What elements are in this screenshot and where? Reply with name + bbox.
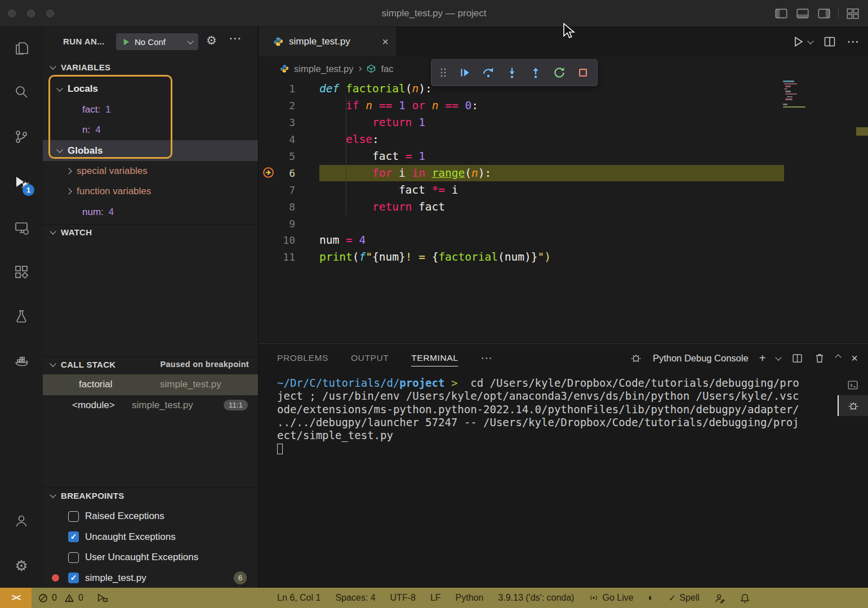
variable-fact[interactable]: fact: 1: [43, 99, 258, 119]
close-panel-icon[interactable]: ×: [851, 352, 858, 365]
go-live-button[interactable]: Go Live: [589, 593, 633, 603]
split-editor-icon[interactable]: [823, 35, 836, 48]
toolbar-drag-handle-icon[interactable]: [438, 66, 448, 79]
callstack-frames: factorialsimple_test.py<module>simple_te…: [43, 374, 258, 415]
terminal-dropdown-chevron-icon[interactable]: [776, 354, 782, 360]
callstack-section-header[interactable]: CALL STACK Paused on breakpoint: [43, 356, 258, 372]
continue-icon[interactable]: [457, 65, 472, 80]
breakpoint-item[interactable]: Raised Exceptions: [43, 506, 258, 527]
user-edit-icon[interactable]: [714, 593, 725, 603]
testing-icon[interactable]: [13, 308, 30, 325]
accounts-icon[interactable]: [13, 512, 30, 529]
close-tab-icon[interactable]: ×: [382, 36, 389, 47]
scope-globals[interactable]: Globals: [43, 140, 258, 160]
chevron-down-icon: [56, 85, 63, 91]
warnings-count[interactable]: 0: [78, 593, 83, 603]
warnings-icon[interactable]: [64, 593, 74, 603]
step-over-icon[interactable]: [481, 65, 496, 80]
explorer-icon[interactable]: [13, 40, 30, 57]
debug-sidebar: RUN AN... No Conf ⚙ ⋯ VARIABLES Locals f…: [43, 27, 259, 588]
terminal-output[interactable]: ~/Dr/C/tutorials/d/project > cd /Users/k…: [277, 377, 799, 455]
debug-console-label[interactable]: Python Debug Console: [653, 353, 749, 364]
code-line[interactable]: 11print(f"{num}! = {factorial(num)}"): [259, 249, 868, 266]
code-line[interactable]: 6 for i in range(n):: [259, 164, 868, 181]
search-icon[interactable]: [13, 83, 30, 100]
tab-output[interactable]: OUTPUT: [351, 344, 389, 372]
errors-icon[interactable]: [38, 593, 48, 603]
eol[interactable]: LF: [430, 593, 441, 603]
terminal-session-zsh[interactable]: [838, 374, 868, 395]
errors-count[interactable]: 0: [52, 593, 57, 603]
step-out-icon[interactable]: [528, 65, 543, 80]
tab-simple-test[interactable]: simple_test.py ×: [259, 27, 397, 56]
theme-toggle-icon[interactable]: ◐: [648, 592, 654, 603]
step-into-icon[interactable]: [505, 65, 519, 80]
watch-section-header[interactable]: WATCH: [43, 224, 258, 239]
spell-checker[interactable]: ✓Spell: [669, 593, 700, 603]
special-variables-group[interactable]: special variables: [43, 161, 258, 181]
customize-layout-icon[interactable]: [845, 6, 860, 21]
breadcrumb-symbol[interactable]: fac: [381, 64, 393, 74]
tab-problems[interactable]: PROBLEMS: [277, 344, 328, 372]
settings-gear-icon[interactable]: ⚙: [13, 557, 30, 574]
scope-locals[interactable]: Locals: [43, 79, 258, 99]
debug-settings-gear-icon[interactable]: ⚙: [206, 34, 217, 47]
variable-num[interactable]: num: 4: [43, 202, 258, 222]
debug-status-icon[interactable]: [96, 592, 109, 604]
remote-indicator[interactable]: ><: [0, 588, 32, 608]
editor-more-actions-icon[interactable]: ⋯: [847, 34, 859, 49]
code-line[interactable]: 10num = 4: [259, 232, 868, 249]
breakpoint-item[interactable]: User Uncaught Exceptions: [43, 547, 258, 568]
toggle-secondary-sidebar-icon[interactable]: [817, 6, 831, 21]
notifications-bell-icon[interactable]: [740, 593, 750, 603]
stop-icon[interactable]: [576, 65, 590, 80]
code-line[interactable]: 4 else:: [259, 131, 868, 148]
source-control-icon[interactable]: [13, 128, 30, 145]
language-mode[interactable]: Python: [456, 593, 484, 603]
debug-more-actions-icon[interactable]: ⋯: [229, 31, 242, 46]
extensions-icon[interactable]: [13, 263, 30, 280]
code-line[interactable]: 7 fact *= i: [259, 181, 868, 198]
code-line[interactable]: 2 if n == 1 or n == 0:: [259, 97, 868, 114]
docker-icon[interactable]: [13, 352, 30, 369]
breakpoints-section-header[interactable]: BREAKPOINTS: [43, 488, 258, 503]
remote-explorer-icon[interactable]: [13, 219, 30, 236]
restart-icon[interactable]: [552, 65, 567, 80]
code-line[interactable]: 8 return fact: [259, 198, 868, 215]
encoding[interactable]: UTF-8: [390, 593, 416, 603]
function-variables-group[interactable]: function variables: [43, 181, 258, 202]
breakpoint-current-line-icon[interactable]: [262, 166, 275, 179]
new-terminal-icon[interactable]: +: [759, 352, 766, 365]
callstack-frame[interactable]: factorialsimple_test.py: [43, 374, 258, 395]
toggle-panel-icon[interactable]: [795, 6, 810, 21]
run-python-file-icon[interactable]: [791, 35, 805, 48]
chevron-down-icon: [50, 491, 56, 498]
terminal-line: ~/Dr/C/tutorials/d/project > cd /Users/k…: [277, 377, 799, 390]
variable-n[interactable]: n: 4: [43, 120, 258, 140]
variables-list: Locals fact: 1 n: 4 Globals special vari…: [43, 79, 258, 222]
python-interpreter[interactable]: 3.9.13 ('ds': conda): [498, 593, 574, 603]
chevron-right-icon: [65, 189, 72, 195]
toggle-sidebar-icon[interactable]: [774, 6, 789, 21]
indentation[interactable]: Spaces: 4: [335, 593, 375, 603]
variables-section-header[interactable]: VARIABLES: [43, 60, 258, 75]
maximize-panel-chevron-icon[interactable]: [836, 353, 840, 363]
tab-terminal[interactable]: TERMINAL: [411, 344, 458, 372]
split-terminal-icon[interactable]: [791, 352, 803, 364]
breakpoint-item[interactable]: ✓Uncaught Exceptions: [43, 527, 258, 548]
cursor-position[interactable]: Ln 6, Col 1: [277, 593, 321, 603]
chevron-down-icon: [56, 146, 63, 153]
kill-terminal-trash-icon[interactable]: [814, 352, 825, 364]
callstack-frame[interactable]: <module>simple_test.py11:1: [43, 395, 258, 416]
panel-more-tabs-icon[interactable]: ⋯: [480, 351, 493, 365]
breadcrumb-file[interactable]: simple_test.py: [294, 64, 353, 74]
code-line[interactable]: 3 return 1: [259, 114, 868, 131]
breakpoint-item[interactable]: ✓simple_test.py6: [43, 568, 258, 588]
globals-label: Globals: [68, 145, 103, 157]
terminal-session-debug-console[interactable]: [838, 395, 868, 416]
code-area[interactable]: 1def factorial(n):2 if n == 1 or n == 0:…: [259, 81, 868, 266]
code-line[interactable]: 9: [259, 215, 868, 232]
code-line[interactable]: 5 fact = 1: [259, 148, 868, 165]
run-dropdown-chevron-icon[interactable]: [807, 38, 813, 44]
debug-config-dropdown[interactable]: No Conf: [116, 33, 198, 50]
